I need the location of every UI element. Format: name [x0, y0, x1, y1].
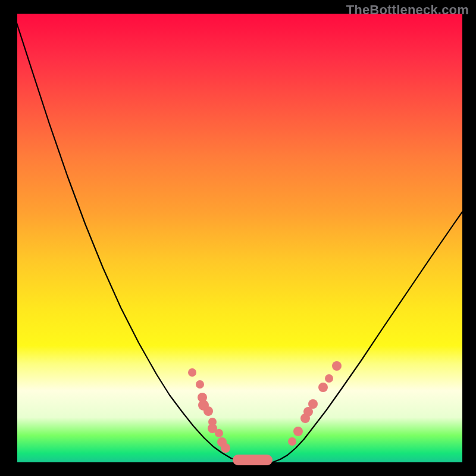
marker-dot [318, 383, 328, 392]
valley-floor-capsule [233, 455, 273, 465]
bottleneck-curve [14, 14, 462, 462]
valley-floor-markers [233, 455, 273, 465]
marker-dot [215, 429, 223, 437]
marker-dot [288, 437, 296, 446]
curve-group [14, 14, 462, 462]
marker-dot [293, 427, 303, 436]
marker-dot [196, 380, 204, 389]
marker-dot [221, 443, 230, 453]
marker-dot [308, 399, 318, 409]
chart-svg [14, 14, 462, 462]
marker-dot [332, 361, 342, 371]
chart-stage: TheBottleneck.com [0, 0, 476, 476]
marker-dots [188, 361, 342, 453]
watermark-text: TheBottleneck.com [346, 2, 469, 18]
marker-dot [325, 374, 333, 383]
marker-dot [188, 368, 196, 377]
marker-dot [203, 406, 213, 416]
